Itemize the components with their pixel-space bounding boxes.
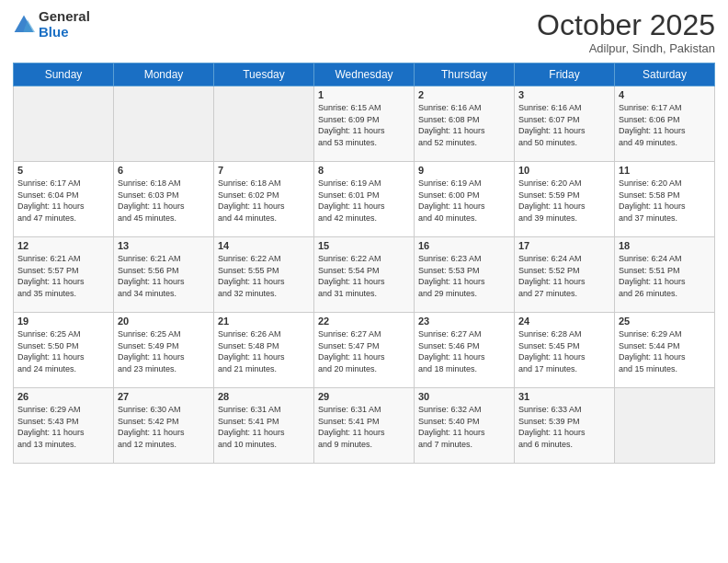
day-info: Sunrise: 6:23 AM Sunset: 5:53 PM Dayligh… (418, 253, 510, 299)
day-number: 8 (318, 165, 410, 176)
calendar-cell: 1Sunrise: 6:15 AM Sunset: 6:09 PM Daylig… (314, 86, 415, 162)
calendar-cell: 22Sunrise: 6:27 AM Sunset: 5:47 PM Dayli… (314, 313, 415, 388)
day-number: 9 (418, 165, 510, 176)
day-number: 18 (619, 240, 711, 251)
day-number: 12 (17, 240, 109, 251)
location: Adilpur, Sindh, Pakistan (537, 41, 715, 55)
day-number: 11 (619, 165, 711, 176)
day-number: 13 (118, 240, 210, 251)
calendar-cell: 17Sunrise: 6:24 AM Sunset: 5:52 PM Dayli… (515, 237, 615, 313)
day-info: Sunrise: 6:21 AM Sunset: 5:57 PM Dayligh… (17, 253, 109, 299)
day-info: Sunrise: 6:29 AM Sunset: 5:43 PM Dayligh… (17, 404, 109, 450)
day-info: Sunrise: 6:27 AM Sunset: 5:46 PM Dayligh… (418, 328, 510, 374)
day-number: 7 (218, 165, 310, 176)
day-info: Sunrise: 6:25 AM Sunset: 5:49 PM Dayligh… (118, 328, 210, 374)
calendar-cell: 21Sunrise: 6:26 AM Sunset: 5:48 PM Dayli… (214, 313, 314, 388)
day-info: Sunrise: 6:18 AM Sunset: 6:02 PM Dayligh… (218, 178, 310, 224)
day-number: 3 (518, 89, 610, 100)
day-info: Sunrise: 6:16 AM Sunset: 6:08 PM Dayligh… (418, 102, 510, 148)
calendar-cell: 5Sunrise: 6:17 AM Sunset: 6:04 PM Daylig… (14, 162, 114, 237)
day-info: Sunrise: 6:20 AM Sunset: 5:59 PM Dayligh… (518, 178, 610, 224)
calendar-cell (14, 86, 114, 162)
calendar-cell: 20Sunrise: 6:25 AM Sunset: 5:49 PM Dayli… (114, 313, 214, 388)
day-info: Sunrise: 6:22 AM Sunset: 5:55 PM Dayligh… (218, 253, 310, 299)
day-info: Sunrise: 6:25 AM Sunset: 5:50 PM Dayligh… (17, 328, 109, 374)
weekday-header: Saturday (615, 63, 715, 86)
day-number: 26 (17, 391, 109, 402)
day-number: 23 (418, 316, 510, 327)
day-number: 19 (17, 316, 109, 327)
calendar-cell: 15Sunrise: 6:22 AM Sunset: 5:54 PM Dayli… (314, 237, 415, 313)
day-info: Sunrise: 6:20 AM Sunset: 5:58 PM Dayligh… (619, 178, 711, 224)
day-number: 17 (518, 240, 610, 251)
day-number: 15 (318, 240, 410, 251)
weekday-header: Wednesday (314, 63, 415, 86)
calendar-cell: 9Sunrise: 6:19 AM Sunset: 6:00 PM Daylig… (415, 162, 515, 237)
header: General Blue October 2025 Adilpur, Sindh… (13, 9, 715, 55)
day-number: 10 (518, 165, 610, 176)
weekday-header: Tuesday (214, 63, 314, 86)
calendar-cell: 10Sunrise: 6:20 AM Sunset: 5:59 PM Dayli… (515, 162, 615, 237)
calendar-cell: 26Sunrise: 6:29 AM Sunset: 5:43 PM Dayli… (14, 388, 114, 464)
calendar-cell: 8Sunrise: 6:19 AM Sunset: 6:01 PM Daylig… (314, 162, 415, 237)
day-info: Sunrise: 6:31 AM Sunset: 5:41 PM Dayligh… (318, 404, 410, 450)
day-number: 21 (218, 316, 310, 327)
calendar-cell: 23Sunrise: 6:27 AM Sunset: 5:46 PM Dayli… (415, 313, 515, 388)
day-info: Sunrise: 6:19 AM Sunset: 6:01 PM Dayligh… (318, 178, 410, 224)
weekday-header: Monday (114, 63, 214, 86)
day-info: Sunrise: 6:33 AM Sunset: 5:39 PM Dayligh… (518, 404, 610, 450)
calendar-cell: 25Sunrise: 6:29 AM Sunset: 5:44 PM Dayli… (615, 313, 715, 388)
page-container: General Blue October 2025 Adilpur, Sindh… (0, 0, 728, 469)
calendar-cell: 14Sunrise: 6:22 AM Sunset: 5:55 PM Dayli… (214, 237, 314, 313)
day-info: Sunrise: 6:31 AM Sunset: 5:41 PM Dayligh… (218, 404, 310, 450)
calendar-cell (114, 86, 214, 162)
day-info: Sunrise: 6:21 AM Sunset: 5:56 PM Dayligh… (118, 253, 210, 299)
calendar-cell: 27Sunrise: 6:30 AM Sunset: 5:42 PM Dayli… (114, 388, 214, 464)
weekday-header: Sunday (14, 63, 114, 86)
day-number: 24 (518, 316, 610, 327)
day-number: 25 (619, 316, 711, 327)
day-info: Sunrise: 6:28 AM Sunset: 5:45 PM Dayligh… (518, 328, 610, 374)
calendar-cell: 3Sunrise: 6:16 AM Sunset: 6:07 PM Daylig… (515, 86, 615, 162)
calendar-cell (214, 86, 314, 162)
day-number: 1 (318, 89, 410, 100)
day-info: Sunrise: 6:32 AM Sunset: 5:40 PM Dayligh… (418, 404, 510, 450)
day-number: 2 (418, 89, 510, 100)
calendar-cell: 30Sunrise: 6:32 AM Sunset: 5:40 PM Dayli… (415, 388, 515, 464)
calendar-cell: 28Sunrise: 6:31 AM Sunset: 5:41 PM Dayli… (214, 388, 314, 464)
day-info: Sunrise: 6:17 AM Sunset: 6:04 PM Dayligh… (17, 178, 109, 224)
day-info: Sunrise: 6:15 AM Sunset: 6:09 PM Dayligh… (318, 102, 410, 148)
calendar-cell: 4Sunrise: 6:17 AM Sunset: 6:06 PM Daylig… (615, 86, 715, 162)
day-info: Sunrise: 6:17 AM Sunset: 6:06 PM Dayligh… (619, 102, 711, 148)
calendar-cell: 13Sunrise: 6:21 AM Sunset: 5:56 PM Dayli… (114, 237, 214, 313)
calendar-table: SundayMondayTuesdayWednesdayThursdayFrid… (13, 63, 715, 464)
logo: General Blue (13, 9, 90, 40)
day-number: 28 (218, 391, 310, 402)
calendar-cell: 18Sunrise: 6:24 AM Sunset: 5:51 PM Dayli… (615, 237, 715, 313)
day-number: 6 (118, 165, 210, 176)
day-number: 20 (118, 316, 210, 327)
day-number: 5 (17, 165, 109, 176)
calendar-cell: 16Sunrise: 6:23 AM Sunset: 5:53 PM Dayli… (415, 237, 515, 313)
calendar-cell: 24Sunrise: 6:28 AM Sunset: 5:45 PM Dayli… (515, 313, 615, 388)
calendar-cell: 29Sunrise: 6:31 AM Sunset: 5:41 PM Dayli… (314, 388, 415, 464)
weekday-header: Friday (515, 63, 615, 86)
day-info: Sunrise: 6:22 AM Sunset: 5:54 PM Dayligh… (318, 253, 410, 299)
day-number: 14 (218, 240, 310, 251)
day-info: Sunrise: 6:26 AM Sunset: 5:48 PM Dayligh… (218, 328, 310, 374)
logo-text: General Blue (39, 9, 90, 40)
month-title: October 2025 (537, 9, 715, 41)
logo-icon (13, 14, 35, 36)
day-number: 29 (318, 391, 410, 402)
day-info: Sunrise: 6:16 AM Sunset: 6:07 PM Dayligh… (518, 102, 610, 148)
day-info: Sunrise: 6:27 AM Sunset: 5:47 PM Dayligh… (318, 328, 410, 374)
logo-blue: Blue (39, 25, 90, 40)
day-number: 31 (518, 391, 610, 402)
calendar-cell: 31Sunrise: 6:33 AM Sunset: 5:39 PM Dayli… (515, 388, 615, 464)
calendar-cell: 2Sunrise: 6:16 AM Sunset: 6:08 PM Daylig… (415, 86, 515, 162)
day-number: 16 (418, 240, 510, 251)
day-number: 22 (318, 316, 410, 327)
calendar-cell: 19Sunrise: 6:25 AM Sunset: 5:50 PM Dayli… (14, 313, 114, 388)
calendar-cell (615, 388, 715, 464)
calendar-cell: 6Sunrise: 6:18 AM Sunset: 6:03 PM Daylig… (114, 162, 214, 237)
